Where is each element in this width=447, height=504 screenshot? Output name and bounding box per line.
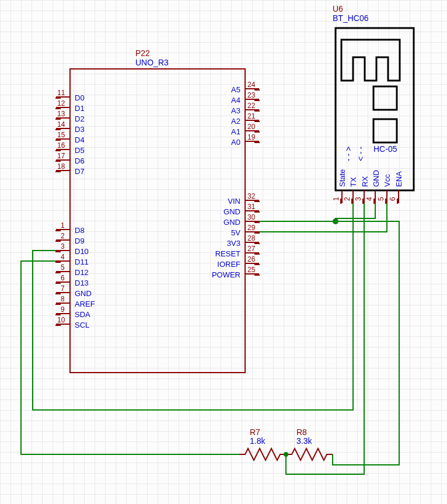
svg-text:POWER: POWER <box>212 270 240 279</box>
svg-text:R7: R7 <box>250 427 260 437</box>
svg-text:11: 11 <box>57 89 65 97</box>
svg-text:- - >: - - > <box>344 147 353 161</box>
svg-text:D6: D6 <box>75 157 85 165</box>
svg-text:21: 21 <box>247 112 256 120</box>
svg-text:8: 8 <box>61 295 65 303</box>
bt-name: BT_HC06 <box>333 13 369 23</box>
svg-text:A5: A5 <box>231 85 240 94</box>
svg-text:A2: A2 <box>231 117 240 126</box>
svg-text:12: 12 <box>57 99 65 107</box>
svg-text:GND: GND <box>75 289 92 298</box>
svg-text:R8: R8 <box>296 427 307 437</box>
svg-text:5: 5 <box>61 263 65 272</box>
svg-text:HC-05: HC-05 <box>373 144 397 154</box>
svg-text:31: 31 <box>247 203 256 211</box>
svg-text:1: 1 <box>332 197 340 201</box>
svg-text:D12: D12 <box>75 268 89 277</box>
svg-text:D10: D10 <box>75 247 89 256</box>
uno-right-bottom-pins: 32 VIN 31 GND 30 GND 29 5V <box>212 192 260 279</box>
svg-text:RESET: RESET <box>215 249 240 258</box>
svg-text:D9: D9 <box>75 237 85 245</box>
svg-text:16: 16 <box>57 141 65 150</box>
svg-text:GND: GND <box>224 218 240 227</box>
svg-text:17: 17 <box>57 152 65 160</box>
svg-text:D13: D13 <box>75 279 89 287</box>
bt-module: - - > < - - HC-05 U6 BT_HC06 State TX RX… <box>332 4 414 204</box>
svg-text:5: 5 <box>377 197 385 201</box>
svg-text:D5: D5 <box>75 146 85 155</box>
svg-text:GND: GND <box>372 170 380 187</box>
svg-text:RX: RX <box>361 176 369 187</box>
svg-text:14: 14 <box>57 120 65 128</box>
svg-text:3: 3 <box>354 197 362 201</box>
svg-text:9: 9 <box>61 305 65 314</box>
svg-text:20: 20 <box>247 123 256 131</box>
svg-text:D1: D1 <box>75 104 85 113</box>
svg-text:28: 28 <box>247 234 256 242</box>
svg-text:D2: D2 <box>75 114 85 123</box>
svg-text:29: 29 <box>247 224 256 232</box>
svg-text:5V: 5V <box>231 228 240 237</box>
svg-text:24: 24 <box>247 81 256 89</box>
svg-text:D3: D3 <box>75 125 85 134</box>
svg-text:D0: D0 <box>75 93 85 102</box>
uno-body <box>70 69 245 373</box>
svg-text:4: 4 <box>61 253 65 261</box>
svg-text:TX: TX <box>349 177 358 187</box>
bt-ref: U6 <box>333 4 343 13</box>
svg-text:D8: D8 <box>75 226 85 235</box>
svg-text:30: 30 <box>247 213 256 221</box>
svg-text:23: 23 <box>247 91 256 99</box>
svg-text:GND: GND <box>224 207 240 216</box>
svg-text:4: 4 <box>365 197 373 201</box>
uno-name: UNO_R3 <box>135 58 169 67</box>
uno-ref: P22 <box>135 48 150 58</box>
svg-text:2: 2 <box>343 197 351 201</box>
svg-text:SDA: SDA <box>75 310 90 319</box>
svg-text:22: 22 <box>247 102 256 110</box>
svg-text:VIN: VIN <box>228 197 240 206</box>
svg-text:A4: A4 <box>231 96 240 105</box>
svg-text:3V3: 3V3 <box>227 239 240 248</box>
svg-text:D4: D4 <box>75 135 85 144</box>
svg-text:1.8k: 1.8k <box>250 436 266 446</box>
svg-text:15: 15 <box>57 131 65 139</box>
svg-text:A0: A0 <box>231 138 240 147</box>
svg-text:SCL: SCL <box>75 321 89 329</box>
svg-text:3.3k: 3.3k <box>296 436 312 446</box>
resistor-r8: R8 3.3k <box>286 427 333 460</box>
svg-text:26: 26 <box>247 255 256 263</box>
svg-text:27: 27 <box>247 245 256 253</box>
svg-text:10: 10 <box>57 316 65 324</box>
svg-text:ENA: ENA <box>394 171 403 187</box>
svg-text:13: 13 <box>57 110 65 118</box>
svg-text:2: 2 <box>61 232 65 240</box>
schematic-canvas: P22 UNO_R3 11 D0 12 D1 13 D2 <box>0 0 447 504</box>
uno-left-bottom-pins: 1 D8 2 D9 3 D10 4 D11 <box>55 221 95 329</box>
svg-text:1: 1 <box>61 221 65 230</box>
svg-text:25: 25 <box>247 266 256 274</box>
svg-text:3: 3 <box>61 242 65 251</box>
svg-text:D11: D11 <box>75 258 89 266</box>
svg-text:7: 7 <box>61 284 65 293</box>
svg-text:IOREF: IOREF <box>217 260 240 269</box>
svg-text:D7: D7 <box>75 167 85 176</box>
svg-text:Vcc: Vcc <box>383 174 392 187</box>
svg-text:AREF: AREF <box>75 300 95 308</box>
svg-text:< - -: < - - <box>356 146 365 161</box>
svg-text:6: 6 <box>389 197 397 201</box>
svg-text:18: 18 <box>57 162 65 171</box>
svg-text:A1: A1 <box>231 127 240 136</box>
svg-text:A3: A3 <box>231 106 240 115</box>
svg-text:32: 32 <box>247 192 256 200</box>
svg-text:State: State <box>338 169 347 187</box>
svg-text:6: 6 <box>61 274 65 282</box>
svg-rect-130 <box>373 119 397 142</box>
svg-rect-129 <box>373 86 397 110</box>
resistor-r7: R7 1.8k <box>239 427 286 460</box>
svg-text:19: 19 <box>247 133 256 141</box>
